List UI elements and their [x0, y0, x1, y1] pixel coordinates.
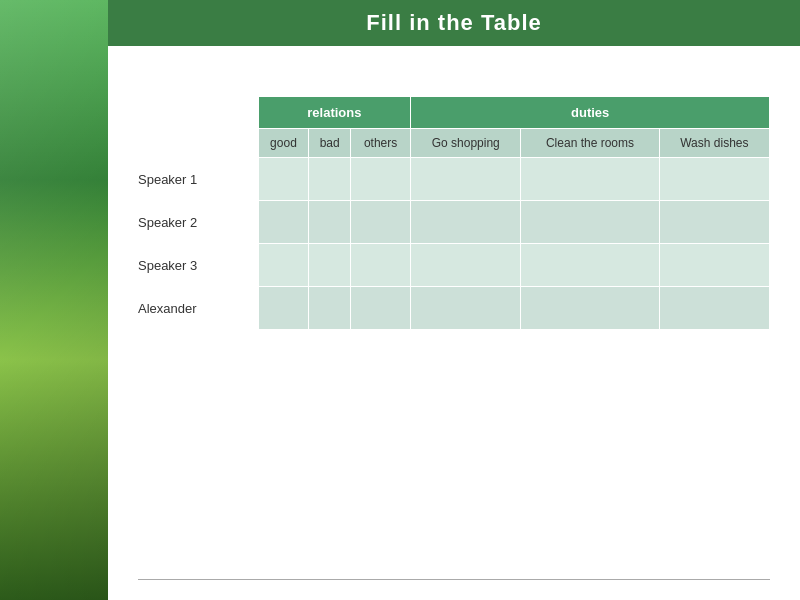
cell-s1-clean-rooms	[521, 158, 659, 201]
page-title: Fill in the Table	[366, 10, 542, 35]
bottom-divider	[138, 579, 770, 580]
cell-alex-wash-dishes	[659, 287, 769, 330]
empty-group-header	[138, 97, 258, 129]
duties-header: duties	[411, 97, 770, 129]
cell-s2-clean-rooms	[521, 201, 659, 244]
cell-s2-wash-dishes	[659, 201, 769, 244]
table-row: Speaker 2	[138, 201, 770, 244]
table-container: relations duties good bad others Go shop…	[138, 96, 770, 330]
sub-header-row: good bad others Go shopping Clean the ro…	[138, 129, 770, 158]
cell-s2-good	[258, 201, 309, 244]
cell-s3-go-shopping	[411, 244, 521, 287]
sidebar-decoration	[0, 0, 108, 600]
main-content: Fill in the Table relations duties good	[108, 0, 800, 600]
sub-header-go-shopping: Go shopping	[411, 129, 521, 158]
content-area: relations duties good bad others Go shop…	[108, 46, 800, 600]
cell-s1-others	[350, 158, 410, 201]
sub-header-wash-dishes: Wash dishes	[659, 129, 769, 158]
sub-header-bad: bad	[309, 129, 350, 158]
sub-header-clean-rooms: Clean the rooms	[521, 129, 659, 158]
cell-s2-go-shopping	[411, 201, 521, 244]
cell-s2-bad	[309, 201, 350, 244]
cell-alex-good	[258, 287, 309, 330]
cell-alex-bad	[309, 287, 350, 330]
cell-s3-bad	[309, 244, 350, 287]
cell-alex-go-shopping	[411, 287, 521, 330]
cell-s3-wash-dishes	[659, 244, 769, 287]
relations-header: relations	[258, 97, 411, 129]
cell-s1-bad	[309, 158, 350, 201]
main-table: relations duties good bad others Go shop…	[138, 96, 770, 330]
empty-sub-header	[138, 129, 258, 158]
cell-alex-others	[350, 287, 410, 330]
cell-s1-go-shopping	[411, 158, 521, 201]
cell-s2-others	[350, 201, 410, 244]
cell-s1-good	[258, 158, 309, 201]
group-header-row: relations duties	[138, 97, 770, 129]
cell-s1-wash-dishes	[659, 158, 769, 201]
row-label-alexander: Alexander	[138, 287, 258, 330]
cell-s3-clean-rooms	[521, 244, 659, 287]
cell-s3-good	[258, 244, 309, 287]
table-row: Speaker 1	[138, 158, 770, 201]
cell-alex-clean-rooms	[521, 287, 659, 330]
sidebar	[0, 0, 108, 600]
row-label-speaker3: Speaker 3	[138, 244, 258, 287]
sub-header-others: others	[350, 129, 410, 158]
sub-header-good: good	[258, 129, 309, 158]
cell-s3-others	[350, 244, 410, 287]
row-label-speaker2: Speaker 2	[138, 201, 258, 244]
table-row: Speaker 3	[138, 244, 770, 287]
row-label-speaker1: Speaker 1	[138, 158, 258, 201]
page-header: Fill in the Table	[108, 0, 800, 46]
table-row: Alexander	[138, 287, 770, 330]
